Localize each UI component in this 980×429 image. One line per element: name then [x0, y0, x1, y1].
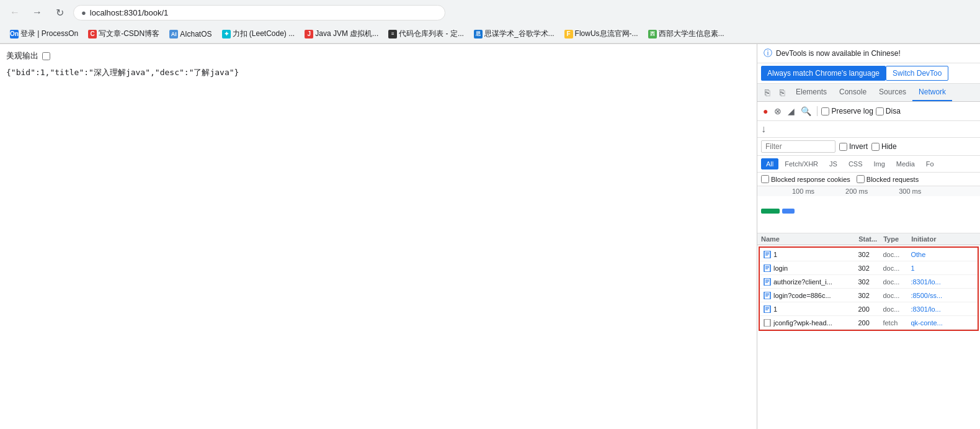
nav-bar: ← → ↻ ● localhost:8301/book/1 — [0, 0, 980, 25]
filter-input[interactable] — [761, 140, 835, 153]
devtools-notification: ⓘ DevTools is now available in Chinese! — [757, 44, 980, 63]
blocked-response-text: Blocked response cookies — [771, 176, 850, 183]
devtools-notification-text: DevTools is now available in Chinese! — [776, 49, 901, 58]
type-btn-js[interactable]: JS — [824, 158, 842, 169]
bookmark-label-aichatos: AIchatOS — [180, 30, 212, 38]
type-btn-fo[interactable]: Fo — [921, 158, 939, 169]
bookmark-simou[interactable]: 思 思谋学术_谷歌学术... — [470, 27, 558, 40]
blocked-requests-text: Blocked requests — [866, 176, 919, 183]
bookmark-icon-repo: ≡ — [388, 30, 397, 38]
bookmark-flowus[interactable]: F FlowUs息流官网-... — [561, 27, 642, 40]
disable-cache-checkbox[interactable] — [876, 107, 884, 115]
row-3-initiator: :8301/lo... — [911, 278, 974, 286]
timeline-graph — [757, 196, 980, 233]
json-content: {"bid":1,"title":"深入理解java","desc":"了解ja… — [6, 66, 751, 79]
bookmark-icon-flowus: F — [564, 30, 573, 38]
tab-console[interactable]: Console — [833, 84, 873, 101]
bookmark-processon[interactable]: On 登录 | ProcessOn — [6, 27, 82, 40]
pretty-output-checkbox[interactable] — [42, 52, 50, 60]
bookmark-xbu[interactable]: 西 西部大学生信息素... — [644, 27, 728, 40]
row-1-name: 1 — [773, 251, 777, 258]
filter-bar: Invert Hide — [757, 138, 980, 156]
row-4-status: 302 — [858, 292, 883, 299]
bookmark-label-flowus: FlowUs息流官网-... — [575, 29, 638, 39]
row-3-name: authorize?client_i... — [773, 278, 832, 286]
responsive-icon[interactable]: ⎘ — [775, 84, 790, 101]
type-btn-css[interactable]: CSS — [844, 158, 868, 169]
network-row-4[interactable]: login?code=886c... 302 doc... :8500/ss..… — [760, 289, 978, 302]
tab-sources[interactable]: Sources — [873, 84, 912, 101]
fetch-icon-6 — [764, 319, 771, 327]
header-status: Stat... — [858, 235, 883, 243]
tab-elements[interactable]: Elements — [790, 84, 833, 101]
bookmarks-bar: On 登录 | ProcessOn C 写文章-CSDN博客 AI AIchat… — [0, 25, 980, 43]
pretty-output-label: 美观输出 — [6, 50, 38, 61]
devtools-language-buttons: Always match Chrome's language Switch De… — [757, 63, 980, 84]
bookmark-icon-leetcode: ✦ — [222, 30, 231, 38]
back-button[interactable]: ← — [6, 4, 24, 21]
bookmark-leetcode[interactable]: ✦ 力扣 (LeetCode) ... — [218, 27, 299, 40]
blocked-response-checkbox[interactable] — [761, 175, 769, 183]
row-5-status: 200 — [858, 305, 883, 313]
clear-button[interactable]: ⊗ — [772, 104, 783, 118]
timeline-300ms: 300 ms — [899, 187, 921, 195]
bookmark-jvm[interactable]: J Java JVM 虚拟机... — [301, 27, 382, 40]
always-match-button[interactable]: Always match Chrome's language — [761, 66, 886, 81]
row-5-type: doc... — [883, 305, 911, 313]
timeline-labels: 100 ms 200 ms 300 ms — [757, 186, 980, 196]
refresh-button[interactable]: ↻ — [51, 4, 68, 21]
svg-rect-12 — [764, 292, 770, 299]
inspect-icon[interactable]: ⎘ — [760, 84, 775, 101]
row-4-initiator: :8500/ss... — [911, 292, 974, 299]
bookmark-icon-xbu: 西 — [648, 30, 657, 38]
stop-recording-button[interactable]: ● — [761, 104, 770, 118]
toolbar-separator — [817, 106, 817, 116]
network-rows-container: 1 302 doc... Othe login 302 doc... — [759, 246, 979, 331]
search-button[interactable]: 🔍 — [799, 104, 813, 118]
svg-rect-4 — [764, 264, 770, 272]
network-row-5[interactable]: 1 200 doc... :8301/lo... — [760, 302, 978, 316]
main-area: 美观输出 {"bid":1,"title":"深入理解java","desc":… — [0, 44, 980, 429]
browser-chrome: ← → ↻ ● localhost:8301/book/1 On 登录 | Pr… — [0, 0, 980, 44]
hide-checkbox[interactable] — [871, 143, 880, 151]
filter-button[interactable]: ◢ — [786, 104, 796, 118]
forward-button[interactable]: → — [29, 4, 46, 21]
download-icon[interactable]: ↓ — [761, 124, 766, 135]
type-btn-all[interactable]: All — [761, 158, 778, 169]
row-2-initiator: 1 — [911, 264, 974, 272]
bookmark-icon-csdn: C — [88, 30, 97, 38]
address-bar[interactable]: ● localhost:8301/book/1 — [73, 5, 445, 20]
row-2-name: login — [773, 264, 788, 272]
disable-cache-text: Disa — [886, 107, 901, 115]
bookmark-repo[interactable]: ≡ 代码仓库列表 - 定... — [385, 27, 468, 40]
row-2-status: 302 — [858, 264, 883, 272]
invert-checkbox[interactable] — [839, 143, 847, 151]
blocked-requests-checkbox[interactable] — [857, 175, 865, 183]
type-btn-img[interactable]: Img — [869, 158, 890, 169]
page-content: 美观输出 {"bid":1,"title":"深入理解java","desc":… — [0, 44, 757, 429]
bookmark-csdn[interactable]: C 写文章-CSDN博客 — [84, 27, 163, 40]
row-5-name: 1 — [773, 305, 777, 313]
bookmark-label-jvm: Java JVM 虚拟机... — [315, 29, 378, 39]
network-row-2[interactable]: login 302 doc... 1 — [760, 261, 978, 275]
tab-network[interactable]: Network — [912, 84, 952, 101]
invert-text: Invert — [849, 142, 868, 151]
bookmark-aichatos[interactable]: AI AIchatOS — [166, 29, 215, 40]
network-row-6[interactable]: jconfig?wpk-head... 200 fetch qk-conte..… — [760, 316, 978, 330]
bookmark-label-simou: 思谋学术_谷歌学术... — [484, 29, 555, 39]
header-initiator: Initiator — [911, 235, 976, 243]
timeline-green-bar — [761, 209, 780, 214]
switch-devtools-button[interactable]: Switch DevToo — [886, 66, 948, 81]
network-row-3[interactable]: authorize?client_i... 302 doc... :8301/l… — [760, 275, 978, 289]
type-btn-fetch-xhr[interactable]: Fetch/XHR — [780, 158, 823, 169]
preserve-log-checkbox[interactable] — [821, 107, 829, 115]
type-btn-media[interactable]: Media — [891, 158, 920, 169]
devtools-toolbar-2: ↓ — [757, 121, 980, 138]
bookmark-label-xbu: 西部大学生信息素... — [659, 29, 724, 39]
row-1-status: 302 — [858, 251, 883, 258]
info-icon: ⓘ — [764, 48, 772, 59]
bookmark-icon-processon: On — [10, 30, 19, 38]
doc-icon-3 — [764, 278, 771, 286]
network-row-1[interactable]: 1 302 doc... Othe — [760, 248, 978, 261]
bookmark-icon-aichatos: AI — [169, 30, 178, 38]
